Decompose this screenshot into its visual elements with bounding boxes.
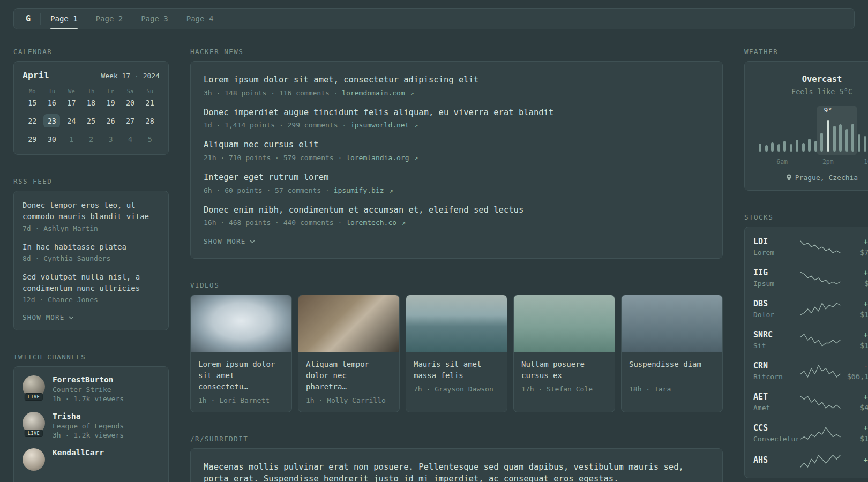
twitch-channel-info: ForrestBurton Counter-Strike 1h · 1.7k v…: [53, 375, 124, 403]
twitch-viewers: 1h · 1.7k viewers: [53, 395, 124, 403]
videos-widget: VIDEOS Lorem ipsum dolor sit amet consec…: [190, 281, 723, 412]
hn-item-domain-link[interactable]: ipsumworld.net: [350, 121, 409, 129]
video-title[interactable]: Suspendisse diam: [629, 359, 715, 381]
stock-change-negative: -1.00%: [841, 362, 868, 370]
tab-page-3[interactable]: Page 3: [141, 9, 168, 29]
hn-item-title[interactable]: Donec enim nibh, condimentum et accumsan…: [204, 205, 709, 216]
rss-item: In hac habitasse platea 8d · Cynthia Sau…: [23, 242, 160, 262]
separator-dot: ·: [338, 154, 346, 162]
stock-values: +0.51% $165.84: [841, 424, 868, 443]
stock-id: CCS Consectetur: [753, 423, 799, 443]
calendar-day: 27: [121, 114, 140, 127]
hn-item-domain-link[interactable]: ipsumify.biz: [334, 186, 384, 194]
video-title[interactable]: Mauris sit amet massa felis: [414, 359, 499, 381]
video-title[interactable]: Lorem ipsum dolor sit amet consectetu…: [198, 359, 284, 393]
stock-price: $156.28: [841, 310, 868, 319]
weather-header: WEATHER: [744, 48, 868, 56]
weather-condition: Overcast: [753, 74, 868, 84]
tab-page-2[interactable]: Page 2: [96, 9, 123, 29]
external-link-icon: ↗: [389, 187, 393, 194]
twitch-game: Counter-Strike: [53, 386, 124, 394]
calendar-day-next-month: 3: [101, 132, 121, 146]
hn-item-meta: 16h · 468 points · 440 comments · loremt…: [204, 219, 709, 227]
weather-bar: [777, 144, 780, 152]
hn-item-title[interactable]: Donec imperdiet augue tincidunt felis al…: [204, 107, 709, 119]
video-thumbnail[interactable]: [514, 295, 615, 352]
hn-item-title[interactable]: Lorem ipsum dolor sit amet, consectetur …: [204, 74, 709, 86]
rss-item-title[interactable]: Sed volutpat nulla nisl, a condimentum n…: [23, 272, 160, 295]
separator-dot: ·: [334, 89, 342, 97]
stocks-header: STOCKS: [744, 213, 868, 221]
stock-name: Lorem: [753, 248, 799, 257]
stock-change: +4.35%: [841, 237, 868, 246]
hn-meta-stats: 16h · 468 points · 440 comments: [204, 219, 334, 227]
video-body: Suspendisse diam 18h · Tara: [622, 352, 722, 401]
tab-page-4[interactable]: Page 4: [186, 9, 214, 29]
external-link-icon: ↗: [402, 219, 406, 227]
calendar-day: 15: [23, 96, 42, 109]
rss-item-title[interactable]: Donec tempor eros leo, ut commodo mauris…: [23, 200, 160, 223]
stock-values: +0.46%: [841, 456, 868, 466]
hn-item-title[interactable]: Aliquam nec cursus elit: [204, 139, 709, 151]
video-title[interactable]: Aliquam tempor dolor nec pharetra…: [306, 359, 392, 393]
stock-values: +0.92% $499.72: [841, 393, 868, 412]
hn-item-domain-link[interactable]: loremdomain.com: [342, 89, 405, 97]
video-thumbnail[interactable]: [622, 295, 722, 352]
stock-row[interactable]: AET Amet +0.92% $499.72: [753, 392, 868, 412]
stock-row[interactable]: SNRC Sit +1.36% $148.64: [753, 330, 868, 350]
stock-row[interactable]: DBS Dolor +1.42% $156.28: [753, 299, 868, 319]
hn-item-domain-link[interactable]: loremlandia.org: [346, 154, 409, 162]
stock-change: +2.84%: [841, 268, 868, 277]
twitch-channel-row[interactable]: LIVE Trisha League of Legends 3h · 1.2k …: [23, 412, 160, 439]
video-card[interactable]: Lorem ipsum dolor sit amet consectetu… 1…: [190, 295, 292, 412]
twitch-channel-row[interactable]: LIVE ForrestBurton Counter-Strike 1h · 1…: [23, 375, 160, 403]
rss-show-more-button[interactable]: SHOW MORE: [23, 313, 74, 321]
rss-item-title[interactable]: In hac habitasse platea: [23, 242, 160, 253]
calendar-month: April: [23, 70, 49, 80]
weather-time-axis: 6am 2pm 10pm: [759, 158, 868, 166]
video-thumbnail[interactable]: [298, 295, 399, 352]
hn-item-meta: 21h · 710 points · 579 comments · loreml…: [204, 154, 709, 162]
video-card[interactable]: Nullam posuere cursus ex 17h · Stefan Co…: [513, 295, 615, 412]
separator-dot: ·: [325, 186, 334, 194]
twitch-channel-info: KendallCarr: [53, 448, 104, 457]
stock-row[interactable]: CCS Consectetur +0.51% $165.84: [753, 423, 868, 443]
stock-price: $148.64: [841, 341, 868, 350]
video-thumbnail[interactable]: [191, 295, 291, 352]
stock-sparkline: [800, 454, 841, 468]
video-title[interactable]: Nullam posuere cursus ex: [521, 359, 607, 381]
rss-item: Sed volutpat nulla nisl, a condimentum n…: [23, 272, 160, 304]
hn-item-title[interactable]: Integer eget rutrum lorem: [204, 172, 709, 184]
weather-bar: [833, 126, 836, 152]
stock-row[interactable]: LDI Lorem +4.35% $795.18: [753, 237, 868, 257]
stock-symbol: DBS: [753, 299, 799, 308]
video-card[interactable]: Mauris sit amet massa felis 7h · Grayson…: [406, 295, 507, 412]
weather-time-label: 2pm: [822, 158, 834, 165]
hn-show-more-button[interactable]: SHOW MORE: [204, 237, 255, 245]
weather-bars: [759, 120, 868, 152]
hn-item-domain-link[interactable]: loremtech.co: [346, 219, 396, 227]
app-logo[interactable]: G: [23, 9, 40, 29]
video-card[interactable]: Aliquam tempor dolor nec pharetra… 1h · …: [298, 295, 400, 412]
stock-row[interactable]: IIG Ipsum +2.84% $42.04: [753, 268, 868, 288]
rss-item-meta: 12d · Chance Jones: [23, 296, 160, 304]
twitch-channel-name[interactable]: KendallCarr: [53, 448, 104, 457]
stock-row[interactable]: CRN Bitcorn -1.00% $66,171.48: [753, 361, 868, 381]
twitch-channel-name[interactable]: Trisha: [53, 412, 124, 420]
external-link-icon: ↗: [410, 89, 414, 97]
video-card[interactable]: Suspendisse diam 18h · Tara: [621, 295, 723, 412]
video-thumbnail[interactable]: [406, 295, 507, 352]
hn-item: Integer eget rutrum lorem 6h · 60 points…: [204, 172, 709, 194]
twitch-channel-name[interactable]: ForrestBurton: [53, 375, 124, 384]
twitch-channel-row[interactable]: KendallCarr: [23, 448, 160, 471]
reddit-post-title[interactable]: Maecenas mollis pulvinar erat non posuer…: [204, 462, 709, 482]
avatar: [23, 448, 45, 471]
weather-bar: [864, 136, 866, 152]
tab-page-1[interactable]: Page 1: [50, 9, 78, 29]
hn-item-meta: 3h · 148 points · 116 comments · loremdo…: [204, 89, 709, 97]
calendar-day: 25: [81, 114, 101, 127]
twitch-avatar-wrap: LIVE: [23, 412, 45, 434]
twitch-channel-info: Trisha League of Legends 3h · 1.2k viewe…: [53, 412, 124, 439]
stock-sparkline: [800, 364, 841, 378]
stock-row[interactable]: AHS +0.46%: [753, 454, 868, 468]
